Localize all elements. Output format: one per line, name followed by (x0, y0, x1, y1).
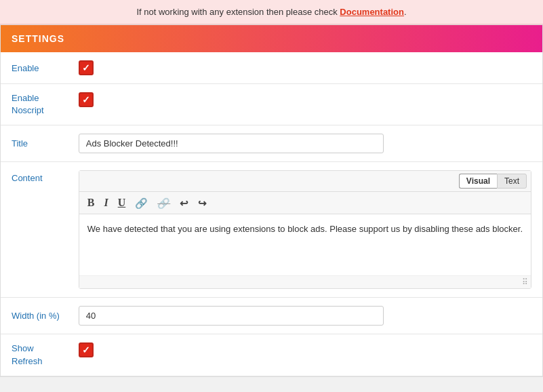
settings-title: SETTINGS (12, 33, 64, 44)
settings-header: SETTINGS (1, 25, 542, 52)
toolbar-bold[interactable]: B (85, 196, 98, 210)
enable-noscript-checkbox[interactable] (79, 92, 94, 107)
content-label: Content (12, 173, 43, 183)
notice-text: If not working with any extension then p… (136, 7, 340, 17)
enable-noscript-row: Enable Noscript (1, 84, 542, 125)
notice-bar: If not working with any extension then p… (0, 0, 543, 24)
toolbar-redo[interactable]: ↪ (195, 197, 209, 210)
tab-text[interactable]: Text (497, 174, 527, 189)
notice-suffix: . (404, 7, 407, 17)
show-refresh-checkbox[interactable] (79, 342, 94, 357)
width-row: Width (in %) (1, 298, 542, 334)
editor-resize-handle[interactable]: ⠿ (79, 275, 531, 288)
enable-row: Enable (1, 52, 542, 84)
content-editor: Visual Text B I U 🔗 🔗 ↩ ↪ (79, 170, 531, 289)
toolbar-unlink[interactable]: 🔗 (155, 197, 173, 210)
editor-tabs: Visual Text (79, 171, 531, 192)
title-label: Title (12, 138, 28, 149)
enable-noscript-label: Enable Noscript (12, 93, 44, 115)
title-row: Title (1, 125, 542, 162)
settings-table: Enable Enable Noscript Title (1, 52, 542, 376)
enable-checkbox[interactable] (79, 60, 94, 75)
show-refresh-row: Show Refresh (1, 334, 542, 376)
title-input[interactable] (79, 134, 384, 153)
editor-content-area[interactable]: We have detected that you are using exte… (79, 214, 531, 275)
content-row: Content Visual Text B I U 🔗 🔗 (1, 162, 542, 298)
editor-toolbar: B I U 🔗 🔗 ↩ ↪ (79, 192, 531, 214)
toolbar-undo[interactable]: ↩ (177, 197, 191, 210)
editor-body-text: We have detected that you are using exte… (87, 224, 523, 234)
show-refresh-label: Show Refresh (12, 343, 43, 366)
tab-visual[interactable]: Visual (459, 174, 497, 189)
settings-panel: SETTINGS Enable Enable Noscript (0, 24, 543, 377)
toolbar-link[interactable]: 🔗 (132, 197, 150, 210)
documentation-link[interactable]: Documentation (340, 7, 404, 17)
resize-icon: ⠿ (522, 277, 528, 287)
toolbar-underline[interactable]: U (115, 196, 129, 210)
toolbar-italic[interactable]: I (101, 196, 110, 210)
width-input[interactable] (79, 306, 384, 326)
enable-label: Enable (12, 63, 39, 73)
width-label: Width (in %) (12, 311, 60, 321)
